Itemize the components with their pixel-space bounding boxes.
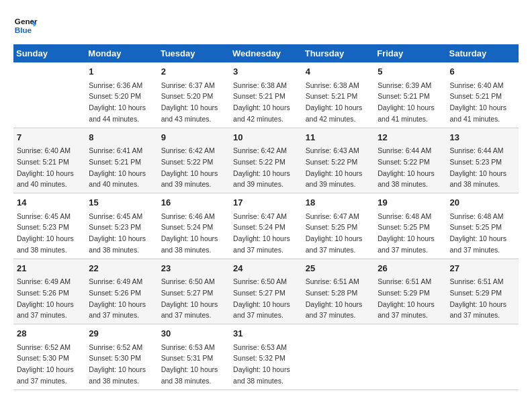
calendar-cell: 4Sunrise: 6:38 AM Sunset: 5:21 PM Daylig…	[302, 62, 374, 128]
calendar-cell	[302, 324, 374, 390]
calendar-cell: 18Sunrise: 6:47 AM Sunset: 5:25 PM Dayli…	[302, 193, 374, 259]
day-number: 15	[89, 196, 154, 210]
day-info: Sunrise: 6:48 AM Sunset: 5:25 PM Dayligh…	[449, 212, 506, 254]
calendar-cell	[13, 62, 85, 128]
calendar-table: SundayMondayTuesdayWednesdayThursdayFrid…	[13, 44, 519, 390]
day-info: Sunrise: 6:41 AM Sunset: 5:21 PM Dayligh…	[89, 146, 146, 188]
week-row-2: 7Sunrise: 6:40 AM Sunset: 5:21 PM Daylig…	[13, 128, 519, 193]
day-number: 25	[306, 262, 371, 275]
calendar-cell: 5Sunrise: 6:39 AM Sunset: 5:21 PM Daylig…	[374, 62, 446, 128]
day-number: 19	[378, 196, 443, 210]
day-info: Sunrise: 6:50 AM Sunset: 5:27 PM Dayligh…	[233, 277, 290, 319]
day-info: Sunrise: 6:49 AM Sunset: 5:26 PM Dayligh…	[89, 277, 146, 319]
col-header-saturday: Saturday	[446, 44, 519, 62]
day-info: Sunrise: 6:42 AM Sunset: 5:22 PM Dayligh…	[161, 146, 218, 188]
day-number: 27	[449, 262, 515, 275]
day-number: 22	[89, 262, 154, 275]
col-header-friday: Friday	[374, 44, 446, 62]
day-info: Sunrise: 6:45 AM Sunset: 5:23 PM Dayligh…	[89, 212, 146, 254]
day-number: 21	[17, 262, 82, 275]
day-number: 1	[89, 65, 154, 79]
col-header-thursday: Thursday	[302, 44, 374, 62]
calendar-cell: 12Sunrise: 6:44 AM Sunset: 5:22 PM Dayli…	[374, 128, 446, 193]
calendar-cell: 8Sunrise: 6:41 AM Sunset: 5:21 PM Daylig…	[85, 128, 157, 193]
day-info: Sunrise: 6:47 AM Sunset: 5:24 PM Dayligh…	[233, 212, 290, 254]
calendar-cell: 22Sunrise: 6:49 AM Sunset: 5:26 PM Dayli…	[85, 259, 157, 324]
day-number: 14	[17, 196, 82, 210]
calendar-cell: 15Sunrise: 6:45 AM Sunset: 5:23 PM Dayli…	[85, 193, 157, 259]
calendar-cell: 7Sunrise: 6:40 AM Sunset: 5:21 PM Daylig…	[13, 128, 85, 193]
calendar-cell: 3Sunrise: 6:38 AM Sunset: 5:21 PM Daylig…	[230, 62, 302, 128]
day-info: Sunrise: 6:44 AM Sunset: 5:23 PM Dayligh…	[449, 146, 506, 188]
calendar-cell: 28Sunrise: 6:52 AM Sunset: 5:30 PM Dayli…	[13, 324, 85, 390]
week-row-5: 28Sunrise: 6:52 AM Sunset: 5:30 PM Dayli…	[13, 324, 519, 390]
day-info: Sunrise: 6:48 AM Sunset: 5:25 PM Dayligh…	[378, 212, 435, 254]
day-number: 3	[233, 65, 299, 79]
calendar-cell: 17Sunrise: 6:47 AM Sunset: 5:24 PM Dayli…	[230, 193, 302, 259]
day-number: 20	[449, 196, 515, 210]
day-number: 17	[233, 196, 299, 210]
day-number: 10	[233, 131, 299, 144]
calendar-cell: 10Sunrise: 6:42 AM Sunset: 5:22 PM Dayli…	[230, 128, 302, 193]
day-info: Sunrise: 6:52 AM Sunset: 5:30 PM Dayligh…	[89, 343, 146, 385]
calendar-cell: 16Sunrise: 6:46 AM Sunset: 5:24 PM Dayli…	[158, 193, 230, 259]
logo: General Blue	[13, 13, 40, 38]
day-info: Sunrise: 6:47 AM Sunset: 5:25 PM Dayligh…	[306, 212, 363, 254]
day-number: 26	[378, 262, 443, 275]
day-number: 7	[17, 131, 82, 144]
col-header-sunday: Sunday	[13, 44, 85, 62]
calendar-cell	[374, 324, 446, 390]
calendar-cell: 9Sunrise: 6:42 AM Sunset: 5:22 PM Daylig…	[158, 128, 230, 193]
day-info: Sunrise: 6:37 AM Sunset: 5:20 PM Dayligh…	[161, 81, 218, 123]
calendar-cell: 1Sunrise: 6:36 AM Sunset: 5:20 PM Daylig…	[85, 62, 157, 128]
day-info: Sunrise: 6:43 AM Sunset: 5:22 PM Dayligh…	[306, 146, 363, 188]
day-info: Sunrise: 6:51 AM Sunset: 5:29 PM Dayligh…	[449, 277, 506, 319]
calendar-cell: 6Sunrise: 6:40 AM Sunset: 5:21 PM Daylig…	[446, 62, 519, 128]
day-number: 11	[306, 131, 371, 144]
calendar-cell: 2Sunrise: 6:37 AM Sunset: 5:20 PM Daylig…	[158, 62, 230, 128]
calendar-cell: 20Sunrise: 6:48 AM Sunset: 5:25 PM Dayli…	[446, 193, 519, 259]
calendar-cell	[446, 324, 519, 390]
day-info: Sunrise: 6:40 AM Sunset: 5:21 PM Dayligh…	[17, 146, 74, 188]
day-number: 18	[306, 196, 371, 210]
day-number: 8	[89, 131, 154, 144]
day-number: 31	[233, 327, 299, 340]
calendar-cell: 29Sunrise: 6:52 AM Sunset: 5:30 PM Dayli…	[85, 324, 157, 390]
col-header-wednesday: Wednesday	[230, 44, 302, 62]
day-number: 9	[161, 131, 226, 144]
day-number: 24	[233, 262, 299, 275]
day-number: 16	[161, 196, 226, 210]
col-header-monday: Monday	[85, 44, 157, 62]
calendar-cell: 21Sunrise: 6:49 AM Sunset: 5:26 PM Dayli…	[13, 259, 85, 324]
calendar-cell: 27Sunrise: 6:51 AM Sunset: 5:29 PM Dayli…	[446, 259, 519, 324]
day-number: 13	[449, 131, 515, 144]
day-number: 28	[17, 327, 82, 340]
calendar-cell: 25Sunrise: 6:51 AM Sunset: 5:28 PM Dayli…	[302, 259, 374, 324]
header: General Blue	[13, 13, 519, 38]
header-row: SundayMondayTuesdayWednesdayThursdayFrid…	[13, 44, 519, 62]
day-info: Sunrise: 6:51 AM Sunset: 5:29 PM Dayligh…	[378, 277, 435, 319]
calendar-cell: 30Sunrise: 6:53 AM Sunset: 5:31 PM Dayli…	[158, 324, 230, 390]
day-info: Sunrise: 6:53 AM Sunset: 5:31 PM Dayligh…	[161, 343, 218, 385]
day-info: Sunrise: 6:49 AM Sunset: 5:26 PM Dayligh…	[17, 277, 74, 319]
week-row-3: 14Sunrise: 6:45 AM Sunset: 5:23 PM Dayli…	[13, 193, 519, 259]
week-row-4: 21Sunrise: 6:49 AM Sunset: 5:26 PM Dayli…	[13, 259, 519, 324]
svg-text:Blue: Blue	[15, 26, 32, 34]
calendar-cell: 14Sunrise: 6:45 AM Sunset: 5:23 PM Dayli…	[13, 193, 85, 259]
calendar-cell: 26Sunrise: 6:51 AM Sunset: 5:29 PM Dayli…	[374, 259, 446, 324]
col-header-tuesday: Tuesday	[158, 44, 230, 62]
day-number: 2	[161, 65, 226, 79]
calendar-cell: 11Sunrise: 6:43 AM Sunset: 5:22 PM Dayli…	[302, 128, 374, 193]
day-info: Sunrise: 6:38 AM Sunset: 5:21 PM Dayligh…	[306, 81, 363, 123]
calendar-cell: 23Sunrise: 6:50 AM Sunset: 5:27 PM Dayli…	[158, 259, 230, 324]
logo-icon: General Blue	[13, 13, 38, 38]
calendar-cell: 24Sunrise: 6:50 AM Sunset: 5:27 PM Dayli…	[230, 259, 302, 324]
day-info: Sunrise: 6:45 AM Sunset: 5:23 PM Dayligh…	[17, 212, 74, 254]
day-info: Sunrise: 6:53 AM Sunset: 5:32 PM Dayligh…	[233, 343, 290, 385]
day-info: Sunrise: 6:39 AM Sunset: 5:21 PM Dayligh…	[378, 81, 435, 123]
day-info: Sunrise: 6:52 AM Sunset: 5:30 PM Dayligh…	[17, 343, 74, 385]
day-number: 4	[306, 65, 371, 79]
day-info: Sunrise: 6:36 AM Sunset: 5:20 PM Dayligh…	[89, 81, 146, 123]
calendar-cell: 13Sunrise: 6:44 AM Sunset: 5:23 PM Dayli…	[446, 128, 519, 193]
day-info: Sunrise: 6:38 AM Sunset: 5:21 PM Dayligh…	[233, 81, 290, 123]
